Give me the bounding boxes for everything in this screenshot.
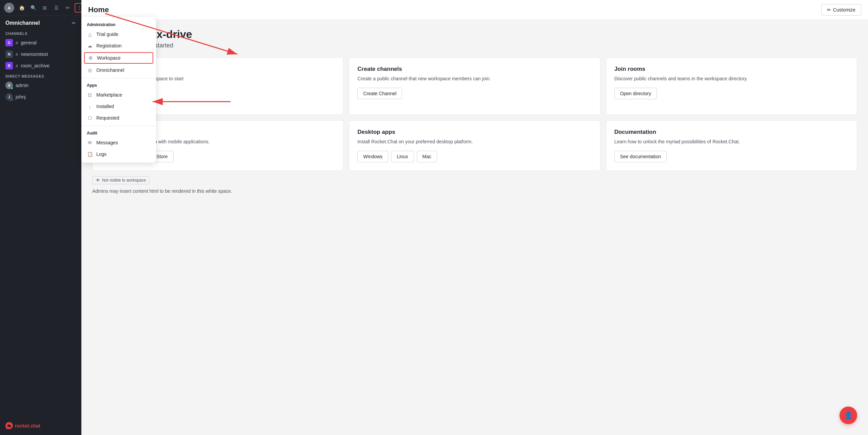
dm-name-johnj: johnj (16, 94, 26, 100)
audit-section-title: Audit (81, 128, 156, 137)
channel-icon-room-archive: R (5, 62, 13, 69)
channels-section-label: Channels (0, 29, 81, 37)
see-documentation-button[interactable]: See documentation (614, 151, 667, 162)
new-room-icon[interactable]: ⊞ (40, 3, 50, 13)
marketplace-icon: ⊡ (87, 92, 93, 98)
dropdown-item-omnichannel[interactable]: ◎ Omnichannel (81, 64, 156, 76)
admin-dropdown-menu: Administration △ Trial guide ☁ Registrat… (81, 17, 156, 163)
page-title: Home (88, 5, 109, 14)
main-content: Home ✏ Customize Wome to apix-drive Some… (81, 0, 868, 435)
channel-name-general: general (21, 40, 37, 45)
status-online-dot (11, 87, 13, 89)
channel-name-newroomtest: newroomtest (21, 51, 48, 57)
content-area: Wome to apix-drive Some ideas to get you… (81, 20, 868, 435)
cards-grid: Invite your team add members to this wor… (92, 57, 857, 171)
sidebar-compose-icon[interactable]: ✏ (72, 20, 76, 26)
dropdown-label-installed: Installed (96, 104, 114, 109)
top-bar: Home ✏ Customize (81, 0, 868, 20)
apps-section-title: Apps (81, 80, 156, 89)
create-channels-actions: Create Channel (357, 88, 592, 99)
dropdown-label-workspace: Workspace (97, 55, 121, 61)
channel-item-general[interactable]: G # general (0, 37, 81, 48)
open-directory-button[interactable]: Open directory (614, 88, 657, 99)
dropdown-item-registration[interactable]: ☁ Registration (81, 40, 156, 51)
windows-button[interactable]: Windows (357, 151, 388, 162)
mac-button[interactable]: Mac (417, 151, 437, 162)
dropdown-item-messages[interactable]: ✉ Messages (81, 137, 156, 148)
dropdown-item-requested[interactable]: ⬡ Requested (81, 112, 156, 124)
search-icon[interactable]: 🔍 (28, 3, 38, 13)
not-visible-badge: 👁 Not visible to workspace (92, 176, 150, 184)
trial-guide-icon: △ (87, 31, 93, 37)
sidebar-icon-group: 🏠 🔍 ⊞ ☰ ✏ ⋮ (17, 3, 84, 13)
dm-item-admin[interactable]: A admin (0, 80, 81, 91)
not-visible-label: Not visible to workspace (102, 178, 146, 183)
customize-button[interactable]: ✏ Customize (821, 4, 861, 16)
documentation-actions: See documentation (614, 151, 849, 162)
create-channels-card: Create channels Create a public channel … (349, 57, 600, 115)
welcome-heading: Wome to apix-drive (92, 28, 857, 41)
dropdown-item-installed[interactable]: ↓ Installed (81, 101, 156, 112)
requested-icon: ⬡ (87, 115, 93, 121)
documentation-desc: Learn how to unlock the myriad possibili… (614, 138, 849, 145)
dropdown-item-marketplace[interactable]: ⊡ Marketplace (81, 89, 156, 101)
status-offline-dot (11, 98, 13, 101)
join-rooms-actions: Open directory (614, 88, 849, 99)
join-rooms-title: Join rooms (614, 66, 849, 72)
dropdown-divider-2 (81, 126, 156, 126)
dm-avatar-johnj: J (5, 93, 13, 101)
sort-icon[interactable]: ☰ (52, 3, 61, 13)
channel-item-newroomtest[interactable]: N # newroomtest (0, 48, 81, 60)
sidebar: A 🏠 🔍 ⊞ ☰ ✏ ⋮ Omnichannel ✏ Channels G #… (0, 0, 81, 435)
not-visible-icon: 👁 (96, 178, 100, 183)
channel-icon-newroomtest: N (5, 50, 13, 58)
rocket-chat-logo: rocket.chat (5, 422, 40, 430)
dropdown-label-logs: Logs (96, 151, 106, 157)
fab-icon: 👤 (844, 411, 853, 419)
rocket-chat-logo-icon (5, 422, 13, 430)
dropdown-label-messages: Messages (96, 140, 118, 145)
dm-item-johnj[interactable]: J johnj (0, 91, 81, 103)
desktop-apps-actions: Windows Linux Mac (357, 151, 592, 162)
linux-button[interactable]: Linux (391, 151, 414, 162)
sidebar-title: Omnichannel (5, 20, 40, 26)
customize-icon: ✏ (827, 7, 831, 13)
dropdown-label-marketplace: Marketplace (96, 92, 122, 98)
create-channels-title: Create channels (357, 66, 592, 72)
desktop-apps-card: Desktop apps Install Rocket.Chat on your… (349, 120, 600, 171)
join-rooms-card: Join rooms Discover public channels and … (606, 57, 857, 115)
channel-name-room-archive: room_archive (21, 63, 50, 68)
desktop-apps-desc: Install Rocket.Chat on your preferred de… (357, 138, 592, 145)
home-icon[interactable]: 🏠 (17, 3, 26, 13)
omnichannel-icon: ◎ (87, 67, 93, 73)
dropdown-label-omnichannel: Omnichannel (96, 67, 124, 73)
create-channel-button[interactable]: Create Channel (357, 88, 402, 99)
create-channels-desc: Create a public channel that new workspa… (357, 75, 592, 82)
dropdown-item-logs[interactable]: 📋 Logs (81, 148, 156, 160)
installed-icon: ↓ (87, 103, 93, 109)
user-avatar[interactable]: A (4, 3, 14, 13)
fab-button[interactable]: 👤 (840, 407, 857, 424)
sidebar-footer: rocket.chat (0, 417, 81, 435)
dm-section-label: Direct Messages (0, 71, 81, 80)
dropdown-divider-1 (81, 78, 156, 78)
dropdown-item-trial-guide[interactable]: △ Trial guide (81, 28, 156, 40)
admin-section-title: Administration (81, 20, 156, 28)
dropdown-label-requested: Requested (96, 115, 119, 121)
channel-item-room-archive[interactable]: R # room_archive (0, 60, 81, 71)
workspace-icon: ⚙ (87, 55, 94, 61)
dm-name-admin: admin (16, 83, 28, 88)
dropdown-label-registration: Registration (96, 43, 122, 48)
edit-icon[interactable]: ✏ (63, 3, 73, 13)
desktop-apps-title: Desktop apps (357, 129, 592, 136)
welcome-subtitle: Some ideas to get you started (92, 42, 857, 49)
sidebar-top-bar: A 🏠 🔍 ⊞ ☰ ✏ ⋮ (0, 0, 81, 16)
dropdown-label-trial-guide: Trial guide (96, 32, 118, 37)
logs-icon: 📋 (87, 151, 93, 157)
customize-label: Customize (833, 7, 855, 13)
registration-icon: ☁ (87, 43, 93, 49)
join-rooms-desc: Discover public channels and teams in th… (614, 75, 849, 82)
channel-icon-general: G (5, 39, 13, 46)
dropdown-item-workspace[interactable]: ⚙ Workspace (84, 52, 153, 64)
sidebar-header: Omnichannel ✏ (0, 16, 81, 29)
